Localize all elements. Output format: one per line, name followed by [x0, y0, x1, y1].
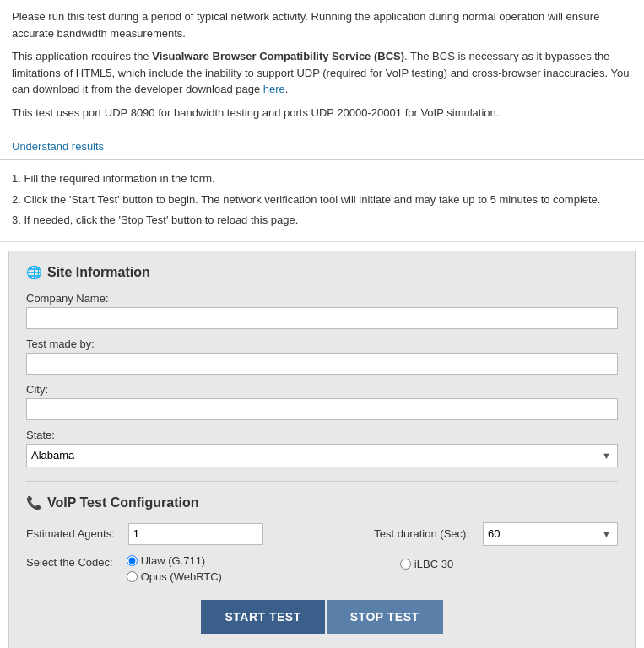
- para2-bold: Visualware Browser Compatibility Service…: [152, 50, 404, 62]
- site-information-title: Site Information: [47, 265, 150, 280]
- start-test-button[interactable]: START TEST: [201, 600, 324, 634]
- info-para3: This test uses port UDP 8090 for bandwid…: [12, 105, 632, 122]
- company-name-group: Company Name:: [26, 292, 618, 329]
- test-made-by-label: Test made by:: [26, 338, 618, 350]
- codec-ulaw-option[interactable]: Ulaw (G.711): [127, 554, 222, 567]
- info-para2: This application requires the Visualware…: [12, 48, 632, 98]
- codec-ulaw-label: Ulaw (G.711): [141, 554, 206, 567]
- codec-opus-radio[interactable]: [127, 571, 138, 582]
- estimated-agents-label: Estimated Agents:: [26, 527, 115, 540]
- codec-ilbc-radio[interactable]: [400, 559, 411, 570]
- city-group: City:: [26, 383, 618, 420]
- select-codec-label: Select the Codec:: [26, 556, 113, 569]
- codec-ilbc-option[interactable]: iLBC 30: [400, 556, 453, 570]
- stop-test-button[interactable]: STOP TEST: [327, 600, 443, 634]
- state-select[interactable]: Alabama Alaska Arizona Arkansas Californ…: [26, 444, 618, 467]
- estimated-agents-input[interactable]: [128, 523, 263, 545]
- para2-before: This application requires the: [12, 50, 152, 62]
- step1: 1. Fill the required information in the …: [12, 170, 632, 187]
- main-form-area: 🌐 Site Information Company Name: Test ma…: [8, 251, 636, 649]
- codec-options-left: Ulaw (G.711) Opus (WebRTC): [127, 554, 222, 583]
- site-information-header: 🌐 Site Information: [26, 265, 618, 280]
- city-label: City:: [26, 383, 618, 396]
- test-duration-label: Test duration (Sec):: [374, 527, 469, 540]
- test-duration-select[interactable]: 30 60 120 180 300: [483, 522, 618, 546]
- test-made-by-input[interactable]: [26, 353, 618, 375]
- codec-ulaw-radio[interactable]: [127, 555, 138, 566]
- company-name-input[interactable]: [26, 307, 618, 329]
- steps-section: 1. Fill the required information in the …: [0, 160, 644, 242]
- city-input[interactable]: [26, 398, 618, 420]
- codec-row: Select the Codec: Ulaw (G.711) Opus (Web…: [26, 554, 618, 583]
- step3: 3. If needed, click the 'Stop Test' butt…: [12, 212, 632, 229]
- voip-title: VoIP Test Configuration: [47, 495, 199, 510]
- section-divider: [26, 481, 618, 482]
- state-group: State: Alabama Alaska Arizona Arkansas C…: [26, 429, 618, 467]
- phone-icon: 📞: [26, 495, 42, 510]
- buttons-row: START TEST STOP TEST: [26, 600, 618, 634]
- codec-opus-option[interactable]: Opus (WebRTC): [127, 570, 222, 583]
- company-name-label: Company Name:: [26, 292, 618, 305]
- voip-top-row: Estimated Agents: Test duration (Sec): 3…: [26, 522, 618, 546]
- info-para1: Please run this test during a period of …: [12, 8, 632, 41]
- understand-results-link[interactable]: Understand results: [12, 140, 104, 153]
- voip-section: 📞 VoIP Test Configuration Estimated Agen…: [26, 495, 618, 583]
- top-info-section: Please run this test during a period of …: [0, 0, 644, 160]
- test-duration-wrapper: 30 60 120 180 300: [483, 522, 618, 546]
- codec-opus-label: Opus (WebRTC): [141, 570, 222, 583]
- state-label: State:: [26, 429, 618, 441]
- state-select-wrapper: Alabama Alaska Arizona Arkansas Californ…: [26, 444, 618, 467]
- here-link[interactable]: here: [263, 83, 285, 95]
- test-made-by-group: Test made by:: [26, 338, 618, 375]
- step2: 2. Click the 'Start Test' button to begi…: [12, 192, 632, 208]
- codec-ilbc-label: iLBC 30: [414, 558, 453, 570]
- voip-header: 📞 VoIP Test Configuration: [26, 495, 618, 510]
- globe-icon: 🌐: [26, 265, 42, 280]
